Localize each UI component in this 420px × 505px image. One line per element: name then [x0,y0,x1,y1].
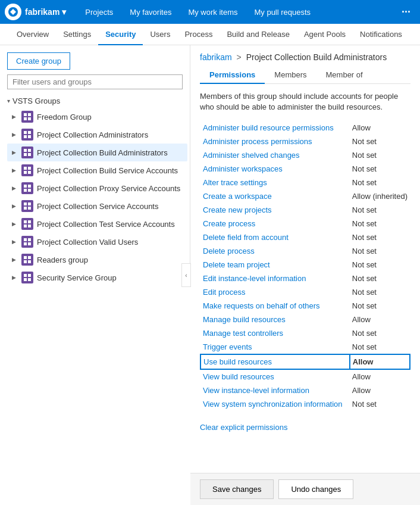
table-row[interactable]: View system synchronization information … [200,397,410,411]
more-menu[interactable]: ··· [397,0,415,24]
table-row[interactable]: Make requests on behalf of others Not se… [200,299,410,313]
permission-name[interactable]: Manage build resources [200,313,350,326]
sidebar-collapse-button[interactable]: ‹ [181,263,191,287]
filter-input[interactable] [7,74,183,89]
table-row[interactable]: Use build resources Allow [200,354,410,369]
permission-name[interactable]: View build resources [200,369,350,384]
group-icon [21,129,33,141]
permission-name[interactable]: View system synchronization information [200,397,350,411]
tab-notifications[interactable]: Notifications [353,24,409,45]
clear-explicit-permissions-link[interactable]: Clear explicit permissions [200,423,287,432]
table-row[interactable]: Manage build resources Allow [200,313,410,326]
nav-projects[interactable]: Projects [78,0,120,24]
svg-rect-18 [28,185,31,188]
create-group-button[interactable]: Create group [7,52,70,70]
nav-workitems[interactable]: My work items [181,0,245,24]
tab-process[interactable]: Process [177,24,220,45]
group-item-build-admins[interactable]: ▶ Project Collection Build Administrator… [7,144,187,161]
svg-rect-9 [24,149,27,152]
table-row[interactable]: Delete field from account Not set [200,230,410,244]
table-row[interactable]: Create process Not set [200,217,410,230]
nav-favorites[interactable]: My favorites [123,0,178,24]
expand-arrow-icon: ▶ [12,167,18,173]
group-item-valid-users[interactable]: ▶ Project Collection Valid Users [7,233,187,251]
permission-name[interactable]: Delete field from account [200,230,350,244]
table-row[interactable]: Manage test controllers Not set [200,326,410,340]
group-item-test-service[interactable]: ▶ Project Collection Test Service Accoun… [7,215,187,233]
group-item-collection-admins[interactable]: ▶ Project Collection Administrators [7,126,187,144]
tab-members[interactable]: Members [265,67,316,84]
group-item-freedom[interactable]: ▶ Freedom Group [7,108,187,126]
table-row[interactable]: Edit instance-level information Not set [200,272,410,285]
table-row[interactable]: Administer shelved changes Not set [200,148,410,162]
table-row[interactable]: Administer build resource permissions Al… [200,121,410,135]
nav-pullrequests[interactable]: My pull requests [247,0,318,24]
permission-value: Not set [350,217,410,230]
vsts-groups-header[interactable]: ▾ VSTS Groups [7,94,187,108]
permission-name[interactable]: Edit instance-level information [200,272,350,285]
save-changes-button[interactable]: Save changes [200,479,274,499]
permission-value: Not set [350,397,410,411]
group-icon [21,200,33,212]
permission-name[interactable]: Make requests on behalf of others [200,299,350,313]
permission-name[interactable]: Administer workspaces [200,162,350,176]
expand-arrow-icon: ▶ [12,275,18,280]
permission-name[interactable]: Administer build resource permissions [200,121,350,135]
permission-name[interactable]: Administer process permissions [200,135,350,148]
permission-name[interactable]: Trigger events [200,340,350,354]
svg-rect-27 [24,225,27,227]
permission-name[interactable]: Create new projects [200,203,350,217]
undo-changes-button[interactable]: Undo changes [278,479,353,499]
tab-member-of[interactable]: Member of [316,67,372,84]
vsts-groups-label: VSTS Groups [12,96,60,105]
right-panel: fabrikam > Project Collection Build Admi… [190,45,420,505]
group-item-readers[interactable]: ▶ Readers group [7,251,187,269]
permission-value: Allow (inherited) [350,189,410,203]
tab-security[interactable]: Security [98,24,143,45]
group-item-security-service[interactable]: ▶ Security Service Group [7,269,187,286]
table-row[interactable]: Delete process Not set [200,244,410,258]
tab-overview[interactable]: Overview [10,24,56,45]
table-row[interactable]: Create new projects Not set [200,203,410,217]
panel-tabs: Permissions Members Member of [200,67,410,84]
table-row[interactable]: Edit process Not set [200,285,410,299]
table-row[interactable]: View instance-level information Allow [200,384,410,397]
table-row[interactable]: Administer process permissions Not set [200,135,410,148]
svg-rect-12 [28,153,31,156]
permission-name[interactable]: Alter trace settings [200,176,350,189]
group-item-proxy-service[interactable]: ▶ Project Collection Proxy Service Accou… [7,179,187,197]
group-name: Project Collection Service Accounts [37,202,158,211]
permission-name[interactable]: Delete process [200,244,350,258]
group-item-service-accounts[interactable]: ▶ Project Collection Service Accounts [7,197,187,215]
permission-name[interactable]: Delete team project [200,258,350,272]
table-row[interactable]: Administer workspaces Not set [200,162,410,176]
tab-agent-pools[interactable]: Agent Pools [297,24,353,45]
top-nav-links: Projects My favorites My work items My p… [78,0,397,24]
tab-settings[interactable]: Settings [56,24,98,45]
table-row[interactable]: Create a workspace Allow (inherited) [200,189,410,203]
breadcrumb-org[interactable]: fabrikam [200,52,232,62]
table-row[interactable]: Trigger events Not set [200,340,410,354]
main-layout: Create group ▾ VSTS Groups ▶ Freedom Gro [0,45,420,505]
permission-value: Not set [350,162,410,176]
permission-name[interactable]: Create a workspace [200,189,350,203]
permission-name[interactable]: Use build resources [200,354,350,369]
table-row[interactable]: View build resources Allow [200,369,410,384]
org-name[interactable]: fabrikam ▾ [25,7,66,17]
permission-name[interactable]: Create process [200,217,350,230]
table-row[interactable]: Delete team project Not set [200,258,410,272]
table-row[interactable]: Alter trace settings Not set [200,176,410,189]
breadcrumb-current: Project Collection Build Administrators [246,52,387,62]
svg-rect-35 [24,260,27,263]
permission-name[interactable]: Manage test controllers [200,326,350,340]
group-icon [21,254,33,266]
expand-arrow-icon: ▶ [12,132,18,138]
permission-name[interactable]: Administer shelved changes [200,148,350,162]
permission-name[interactable]: View instance-level information [200,384,350,397]
svg-rect-40 [28,278,31,281]
tab-build-release[interactable]: Build and Release [220,24,297,45]
permission-name[interactable]: Edit process [200,285,350,299]
group-item-build-service[interactable]: ▶ Project Collection Build Service Accou… [7,161,187,179]
tab-permissions[interactable]: Permissions [200,67,265,84]
tab-users[interactable]: Users [143,24,177,45]
